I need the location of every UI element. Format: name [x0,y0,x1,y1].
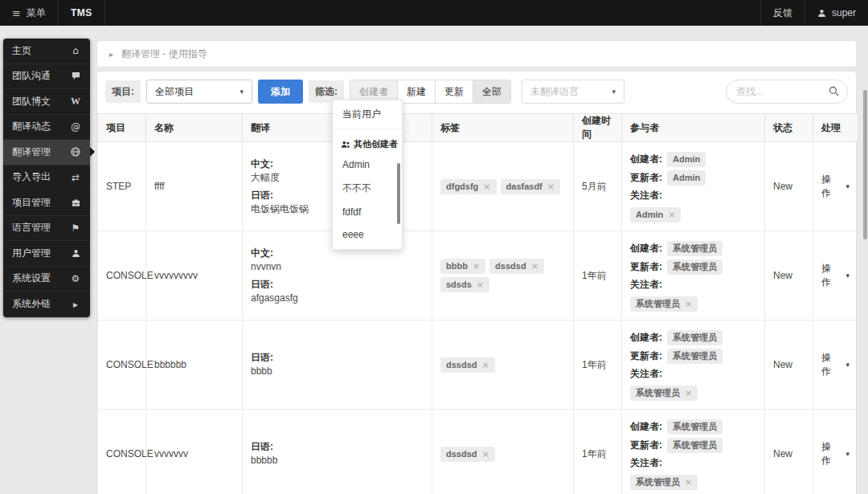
creator-option[interactable]: eeee [333,223,402,246]
remove-icon[interactable]: × [477,280,484,290]
sidebar-item-translation-feed[interactable]: 翻译动态@ [3,115,90,141]
breadcrumb[interactable]: ▸ 翻译管理 - 使用指导 [96,40,857,67]
user-menu[interactable]: super [805,0,868,26]
search-icon[interactable] [829,86,839,96]
cell-status: New [765,231,813,320]
badge-text: dssdsd [495,261,526,271]
sidebar-item-user-manage[interactable]: 用户管理 [3,241,90,267]
remove-icon[interactable]: × [531,261,538,271]
creator-line: 创建者:Admin [630,152,756,167]
feedback-label: 反馈 [773,6,792,20]
creator-badge: Admin [667,152,706,167]
action-dropdown-button[interactable]: 操作▾ [821,351,850,378]
tag-badge: dfgdsfg× [440,179,497,194]
brand[interactable]: TMS [59,0,105,26]
hamburger-icon: ≡ [12,7,21,19]
dropdown-scrollbar-thumb[interactable] [397,163,400,224]
action-dropdown-button[interactable]: 操作▾ [821,173,850,200]
watcher-badges: Admin× [630,206,756,224]
badge-text: 系统管理员 [636,299,680,308]
add-button[interactable]: 添加 [258,80,303,104]
sidebar-item-external-links[interactable]: 系统外链▸ [3,292,90,317]
action-dropdown-button[interactable]: 操作▾ [821,262,850,289]
remove-icon[interactable]: × [482,449,489,459]
sidebar-item-label: 导入导出 [12,170,51,184]
column-header: 处理 [813,114,858,142]
badge-text: 系统管理员 [673,351,717,361]
cell-name: vvvvvvvvv [146,231,243,320]
page-scrollbar-thumb[interactable] [863,90,867,239]
cell-tags: dssdsd× [432,320,574,410]
home-icon: ⌂ [70,45,81,56]
username-label: super [832,7,856,18]
remove-icon[interactable]: × [685,388,692,398]
cell-project: CONSOLE [98,410,146,494]
breadcrumb-text: 翻译管理 - 使用指导 [121,47,207,61]
project-select[interactable]: 全部项目 ▾ [146,80,252,104]
remove-icon[interactable]: × [483,182,490,192]
translation-lang-label: 日语: [251,440,424,454]
status-badge: New [773,181,792,192]
select-caret-icon: ▾ [612,88,616,96]
remove-icon[interactable]: × [685,299,692,309]
translation-text: nvvnvn [251,260,424,274]
column-header: 标签 [432,114,574,142]
feedback-link[interactable]: 反馈 [760,0,805,26]
sidebar-item-language-manage[interactable]: 语言管理⚑ [3,216,90,242]
remove-icon[interactable]: × [482,360,489,370]
sidebar-item-label: 团队沟通 [12,69,51,83]
filter-button-updated[interactable]: 更新 [436,80,473,103]
remove-icon[interactable]: × [547,182,555,192]
updater-label: 更新者: [630,349,662,363]
updater-line: 更新者:Admin [630,170,756,186]
cell-participants: 创建者:Admin更新者:Admin关注者:Admin× [622,142,765,231]
sidebar-item-project-manage[interactable]: 项目管理 [3,190,90,216]
creator-option[interactable]: 不不不 [333,176,402,201]
column-header: 创建时间 [574,114,622,142]
creator-option[interactable]: fdfdf [333,201,402,223]
caret-down-icon: ▾ [845,450,850,458]
filter-button-new[interactable]: 新建 [398,80,436,103]
sidebar-item-translation-manage[interactable]: 翻译管理 [3,140,90,165]
user-icon [817,9,826,18]
updater-line: 更新者:系统管理员 [630,349,756,364]
badge-text: 系统管理员 [673,422,717,431]
cell-status: New [765,410,813,494]
cell-action: 操作▾ [813,320,858,410]
creator-option[interactable]: Admin [333,153,402,176]
tag-badge: bbbb× [440,259,485,274]
sidebar-item-label: 翻译动态 [12,120,51,133]
current-user-option[interactable]: 当前用户 [333,100,402,129]
sidebar-item-system-settings[interactable]: 系统设置⚙ [3,267,90,292]
brand-label: TMS [71,7,92,18]
other-creators-text: 其他创建者 [354,138,398,150]
remove-icon[interactable]: × [668,210,675,220]
cell-action: 操作▾ [813,410,858,494]
toolbar: 项目: 全部项目 ▾ 添加 筛选: 创建者新建更新全部 未翻译语言 ▾ [97,71,856,112]
main-panel: 项目: 全部项目 ▾ 添加 筛选: 创建者新建更新全部 未翻译语言 ▾ 项目名称… [96,71,857,494]
translation-block: 日语:bbbbb [251,440,424,467]
sidebar-item-team-chat[interactable]: 团队沟通 [3,64,90,90]
creator-label: 创建者: [630,420,662,434]
action-dropdown-button[interactable]: 操作▾ [821,440,850,467]
top-navbar: ≡ 菜单 TMS 反馈 super [0,0,868,26]
sidebar-item-team-blog[interactable]: 团队博文W [3,89,90,115]
untranslated-language-select[interactable]: 未翻译语言 ▾ [522,80,624,104]
translation-text: bbbb [251,365,424,378]
sidebar-item-label: 主页 [12,44,31,58]
sidebar-item-label: 翻译管理 [12,145,51,159]
sidebar-item-home[interactable]: 主页⌂ [3,39,90,64]
sidebar-item-label: 项目管理 [12,196,51,210]
remove-icon[interactable]: × [685,477,692,488]
action-label: 操作 [821,262,834,289]
filter-button-all[interactable]: 全部 [473,80,510,103]
breadcrumb-caret-icon: ▸ [109,50,113,59]
menu-toggle[interactable]: ≡ 菜单 [0,0,59,26]
sidebar-item-label: 语言管理 [12,221,51,235]
cell-participants: 创建者:系统管理员更新者:系统管理员关注者:系统管理员× [622,410,765,494]
sidebar-item-import-export[interactable]: 导入导出⇄ [3,165,90,191]
translations-table: 项目名称翻译标签创建时间参与者状态处理 STEPffff中文:大幅度日语:电饭锅… [97,113,858,494]
remove-icon[interactable]: × [473,261,480,271]
badge-text: dasfasdf [506,182,542,191]
tag-badge: dssdsd× [440,357,495,373]
